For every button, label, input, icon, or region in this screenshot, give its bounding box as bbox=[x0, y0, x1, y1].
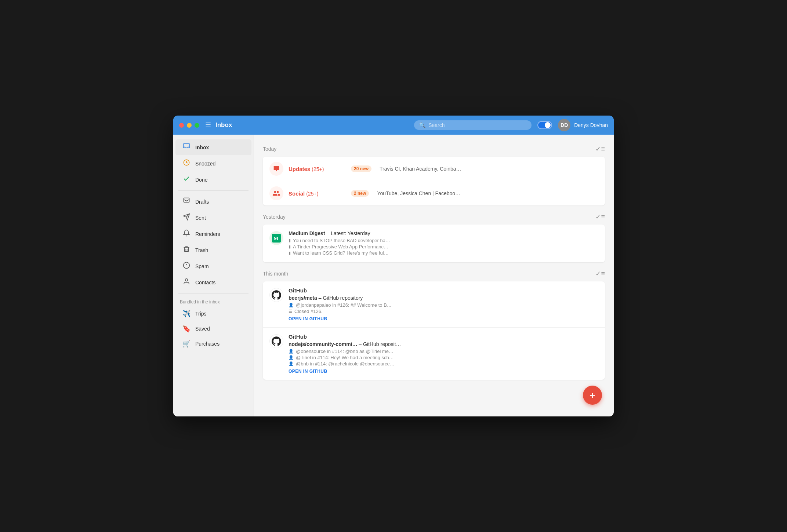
snippet-icon: 👤 bbox=[289, 349, 294, 354]
sidebar-label-done: Done bbox=[195, 177, 207, 183]
email-detail-github2: GitHub nodejs/community-commi… – GitHub … bbox=[289, 334, 598, 374]
email-subject-medium: Medium Digest – Latest: Yesterday bbox=[289, 230, 598, 236]
search-bar[interactable]: 🔍 bbox=[414, 120, 532, 130]
spam-icon bbox=[182, 262, 191, 271]
email-snippet-3: ▮ Want to learn CSS Grid? Here's my free… bbox=[289, 250, 598, 256]
email-detail-github1: GitHub beerjs/meta – GitHub repository 👤… bbox=[289, 287, 598, 321]
sidebar-item-reminders[interactable]: Reminders bbox=[175, 226, 251, 242]
sidebar-divider-1 bbox=[178, 190, 249, 191]
sidebar-item-snoozed[interactable]: Snoozed bbox=[175, 156, 251, 171]
email-content: Today ✓≡ Updates (25+) bbox=[254, 135, 614, 394]
email-snippet-g2-2: 👤 @Tiriel in #114: Hey! We had a meeting… bbox=[289, 355, 598, 360]
email-sender-updates: Updates (25+) bbox=[289, 166, 347, 172]
snippet-icon: ▮ bbox=[289, 238, 291, 243]
snippet-icon: 👤 bbox=[289, 303, 294, 307]
sidebar-item-done[interactable]: Done bbox=[175, 172, 251, 187]
email-content-wrapper: Today ✓≡ Updates (25+) bbox=[254, 135, 614, 416]
email-sender-social: Social (25+) bbox=[289, 190, 347, 197]
today-mark-done[interactable]: ✓≡ bbox=[595, 145, 605, 153]
email-snippet-2: ▮ A Tinder Progressive Web App Performan… bbox=[289, 244, 598, 249]
sidebar-label-snoozed: Snoozed bbox=[195, 161, 215, 167]
trash-icon bbox=[182, 245, 191, 255]
table-row[interactable]: GitHub beerjs/meta – GitHub repository 👤… bbox=[263, 281, 605, 328]
reminders-icon bbox=[182, 229, 191, 238]
table-row[interactable]: Updates (25+) 20 new Travis CI, Khan Aca… bbox=[263, 157, 605, 181]
this-month-card: GitHub beerjs/meta – GitHub repository 👤… bbox=[263, 281, 605, 380]
yesterday-card: M Medium Digest – Latest: Yesterday ▮ Yo… bbox=[263, 225, 605, 262]
this-month-mark-done[interactable]: ✓≡ bbox=[595, 270, 605, 278]
sidebar-label-reminders: Reminders bbox=[195, 231, 220, 237]
sidebar-label-contacts: Contacts bbox=[195, 280, 215, 285]
drafts-icon bbox=[182, 197, 191, 206]
yesterday-title: Yesterday bbox=[263, 214, 286, 220]
today-title: Today bbox=[263, 146, 276, 152]
yesterday-section: Yesterday ✓≡ M Medium Digest – Latest: Y… bbox=[263, 213, 605, 262]
snippet-icon: 👤 bbox=[289, 361, 294, 366]
email-snippet-g1-2: ☰ Closed #126. bbox=[289, 309, 598, 314]
today-section: Today ✓≡ Updates (25+) bbox=[263, 145, 605, 205]
sidebar-label-inbox: Inbox bbox=[195, 145, 209, 150]
compose-button[interactable]: + bbox=[583, 386, 602, 405]
github1-open-link[interactable]: OPEN IN GITHUB bbox=[289, 316, 598, 321]
avatar bbox=[269, 162, 283, 176]
avatar: M bbox=[269, 231, 283, 245]
sidebar-item-purchases[interactable]: 🛒 Purchases bbox=[175, 336, 251, 351]
email-snippet-1: ▮ You need to STOP these BAD developer h… bbox=[289, 238, 598, 243]
this-month-section: This month ✓≡ GitHub bbox=[263, 270, 605, 380]
title-bar: ☰ Inbox 🔍 DD Denys Dovhan bbox=[173, 116, 614, 135]
avatar bbox=[269, 186, 283, 200]
sidebar-item-inbox[interactable]: Inbox bbox=[175, 139, 251, 155]
table-row[interactable]: Social (25+) 2 new YouTube, Jessica Chen… bbox=[263, 181, 605, 205]
main-content: Inbox Snoozed Done Drafts bbox=[173, 135, 614, 416]
sidebar-item-saved[interactable]: 🔖 Saved bbox=[175, 321, 251, 336]
sidebar-item-drafts[interactable]: Drafts bbox=[175, 194, 251, 209]
badge-updates: 20 new bbox=[351, 165, 371, 172]
email-snippet-g1-1: 👤 @jordanpapaleo in #126: ## Welcome to … bbox=[289, 302, 598, 308]
sidebar-item-sent[interactable]: Sent bbox=[175, 210, 251, 226]
app-window: ☰ Inbox 🔍 DD Denys Dovhan Inbox bbox=[173, 116, 614, 416]
yesterday-header: Yesterday ✓≡ bbox=[263, 213, 605, 221]
github2-open-link[interactable]: OPEN IN GITHUB bbox=[289, 369, 598, 374]
sent-icon bbox=[182, 213, 191, 222]
sidebar-item-contacts[interactable]: Contacts bbox=[175, 274, 251, 290]
inbox-icon bbox=[182, 143, 191, 152]
toggle-switch[interactable] bbox=[537, 121, 552, 129]
search-icon: 🔍 bbox=[419, 122, 425, 128]
traffic-lights bbox=[179, 123, 199, 128]
close-button[interactable] bbox=[179, 123, 184, 128]
maximize-button[interactable] bbox=[195, 123, 199, 128]
svg-text:M: M bbox=[274, 236, 279, 241]
menu-icon[interactable]: ☰ bbox=[205, 121, 211, 129]
purchases-icon: 🛒 bbox=[182, 340, 191, 348]
snoozed-icon bbox=[182, 159, 191, 168]
this-month-title: This month bbox=[263, 271, 288, 277]
sidebar-item-trash[interactable]: Trash bbox=[175, 242, 251, 258]
contacts-icon bbox=[182, 278, 191, 287]
toggle-area[interactable] bbox=[537, 121, 552, 129]
yesterday-mark-done[interactable]: ✓≡ bbox=[595, 213, 605, 221]
this-month-header: This month ✓≡ bbox=[263, 270, 605, 278]
snippet-icon: 👤 bbox=[289, 355, 294, 360]
sidebar-divider-2 bbox=[178, 293, 249, 294]
email-preview-updates: Travis CI, Khan Academy, Coinba… bbox=[380, 166, 598, 172]
avatar: DD bbox=[558, 119, 570, 131]
table-row[interactable]: M Medium Digest – Latest: Yesterday ▮ Yo… bbox=[263, 225, 605, 262]
today-card: Updates (25+) 20 new Travis CI, Khan Aca… bbox=[263, 157, 605, 205]
sidebar-item-trips[interactable]: ✈️ Trips bbox=[175, 306, 251, 321]
email-subject-github1: beerjs/meta – GitHub repository bbox=[289, 295, 598, 301]
minimize-button[interactable] bbox=[187, 123, 192, 128]
email-detail-medium: Medium Digest – Latest: Yesterday ▮ You … bbox=[289, 230, 598, 256]
email-preview-social: YouTube, Jessica Chen | Faceboo… bbox=[377, 190, 598, 196]
sidebar-item-spam[interactable]: Spam bbox=[175, 258, 251, 274]
search-input[interactable] bbox=[428, 122, 526, 128]
sidebar-label-purchases: Purchases bbox=[195, 341, 220, 347]
github2-sender: GitHub bbox=[289, 334, 307, 340]
avatar bbox=[269, 288, 283, 302]
table-row[interactable]: GitHub nodejs/community-commi… – GitHub … bbox=[263, 328, 605, 380]
toggle-knob bbox=[545, 122, 551, 128]
sidebar-label-sent: Sent bbox=[195, 215, 206, 221]
email-snippet-g2-1: 👤 @obensource in #114: @bnb as @Tiriel m… bbox=[289, 349, 598, 354]
avatar bbox=[269, 334, 283, 348]
sidebar-label-saved: Saved bbox=[195, 326, 210, 332]
done-icon bbox=[182, 175, 191, 184]
